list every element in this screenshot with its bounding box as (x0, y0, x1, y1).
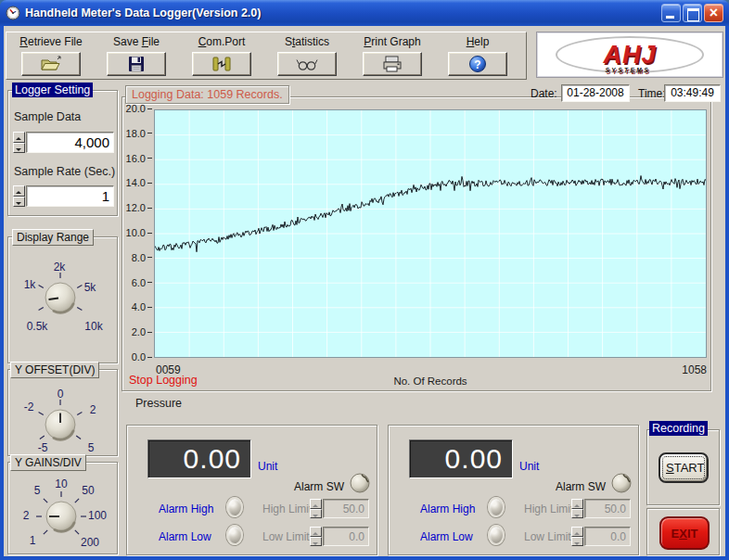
meter-1-low-limit-field[interactable] (323, 527, 369, 546)
gain-label-100: 100 (88, 509, 107, 522)
close-button[interactable] (704, 4, 723, 22)
sample-rate-label: Sample Rate (Sec.) (14, 165, 115, 178)
meter-2-alarm-sw-knob[interactable] (609, 471, 633, 495)
exit-button[interactable]: EXIT (659, 516, 710, 550)
meter-2-alarm-high-led (488, 497, 505, 517)
gain-label-2: 2 (23, 509, 30, 522)
pressure-line-chart (155, 110, 706, 357)
y-axis-tick: 16.0 (122, 153, 152, 164)
logging-status-label: Logging Data: 1059 Records. (125, 85, 289, 104)
range-label-0-5k: 0.5k (27, 320, 48, 333)
tool-save-file: Save File (94, 35, 179, 79)
minimize-button[interactable] (661, 4, 681, 22)
window-title: Handheld Meter's Data Logger(Version 2.0… (25, 6, 657, 19)
range-label-1k: 1k (24, 278, 36, 291)
meter-1-alarm-sw-label: Alarm SW (294, 480, 344, 493)
x-axis-last-label: 1058 (670, 363, 707, 376)
gain-label-10: 10 (55, 477, 67, 490)
help-label: Help (467, 35, 490, 51)
tool-retrieve-file: Retrieve File (8, 35, 94, 79)
meter-2-high-limit-field[interactable] (584, 499, 631, 518)
com-port-label: Com.Port (198, 35, 246, 51)
meter-1-high-limit-label: High Limit (262, 503, 312, 515)
high-limit-down-arrow[interactable] (571, 509, 583, 519)
meter-2-low-limit-field[interactable] (584, 527, 631, 546)
save-file-button[interactable] (107, 52, 166, 76)
app-icon (6, 6, 20, 20)
y-axis-tick: 12.0 (122, 202, 152, 213)
tool-com-port: Com.Port (179, 35, 264, 79)
start-button[interactable]: START (659, 452, 709, 483)
low-limit-down-arrow[interactable] (571, 537, 583, 547)
save-file-label: Save File (113, 35, 160, 51)
sample-data-label: Sample Data (14, 110, 81, 123)
floppy-disk-icon (127, 55, 146, 73)
offset-label-neg2: -2 (24, 401, 34, 414)
meter-2-high-limit-label: High Limit (524, 503, 573, 515)
exit-group: EXIT (646, 508, 720, 555)
retrieve-file-button[interactable] (21, 52, 81, 76)
sample-rate-up-arrow[interactable] (13, 185, 25, 197)
brand-name: AHJ SYSTEMS (603, 43, 656, 68)
com-port-button[interactable] (192, 52, 251, 76)
tool-print-graph: Print Graph (350, 35, 435, 79)
meter-1-high-limit-field[interactable] (323, 499, 369, 518)
meter-1-alarm-high-led (226, 497, 243, 517)
meter-2-alarm-low-label: Alarm Low (420, 530, 473, 543)
time-field[interactable]: 03:49:49 (664, 84, 721, 102)
gain-label-1: 1 (30, 534, 36, 547)
chart-plot-area[interactable] (154, 109, 707, 358)
meter-2-alarm-sw-label: Alarm SW (556, 480, 606, 493)
meter-panel-1: 0.00 Unit Alarm SW Alarm High High Limit… (126, 425, 377, 555)
meter-1-high-limit-stepper (310, 499, 322, 518)
y-axis-tick: 14.0 (122, 177, 152, 188)
open-folder-icon (39, 55, 63, 73)
y-offset-group: Y OFFSET(DIV) 0 -2 2 -5 5 (7, 369, 118, 456)
recording-group: Recording START (646, 429, 720, 505)
eyeglasses-icon (295, 57, 319, 71)
print-graph-button[interactable] (363, 52, 422, 76)
low-limit-up-arrow[interactable] (310, 527, 322, 537)
display-range-knob[interactable] (31, 268, 90, 327)
statistics-button[interactable] (277, 52, 337, 76)
display-range-title: Display Range (12, 229, 94, 246)
x-axis-title: No. Of Records (375, 375, 486, 387)
help-icon: ? (468, 55, 487, 73)
high-limit-up-arrow[interactable] (571, 499, 583, 509)
sample-data-down-arrow[interactable] (13, 143, 25, 154)
offset-label-2: 2 (90, 403, 96, 416)
maximize-button[interactable] (683, 4, 702, 22)
sample-rate-down-arrow[interactable] (13, 197, 25, 208)
meter-panel-2: 0.00 Unit Alarm SW Alarm High High Limit… (388, 425, 639, 555)
main-content: Retrieve File Save File (4, 26, 725, 556)
y-axis: 20.018.016.014.012.010.08.06.04.02.00.0 (122, 109, 152, 358)
offset-label-neg5: -5 (38, 441, 48, 454)
high-limit-up-arrow[interactable] (310, 499, 322, 509)
help-button[interactable]: ? (448, 52, 507, 76)
y-axis-tick: 8.0 (122, 252, 152, 263)
sample-rate-input[interactable] (26, 185, 114, 207)
y-axis-tick: 20.0 (122, 103, 152, 114)
sample-data-input[interactable] (26, 132, 114, 153)
y-axis-tick: 2.0 (122, 326, 152, 337)
range-label-10k: 10k (84, 320, 102, 333)
meter-1-low-limit-stepper (310, 527, 322, 546)
y-axis-tick: 18.0 (122, 128, 152, 139)
sample-rate-stepper (13, 185, 25, 207)
low-limit-down-arrow[interactable] (310, 537, 322, 547)
meter-1-alarm-sw-knob[interactable] (348, 471, 372, 495)
date-field[interactable]: 01-28-2008 (561, 84, 630, 102)
range-label-5k: 5k (84, 281, 96, 294)
y-axis-tick: 6.0 (122, 277, 152, 288)
y-gains-title: Y GAINS/DIV (10, 454, 86, 471)
meter-1-value-display: 0.00 (147, 439, 251, 478)
sample-data-up-arrow[interactable] (13, 132, 25, 143)
low-limit-up-arrow[interactable] (571, 527, 583, 537)
gain-label-50: 50 (82, 484, 94, 497)
meter-1-alarm-high-label: Alarm High (159, 503, 213, 515)
logger-setting-group: Logger Setting Sample Data Sample Rate (… (7, 90, 118, 216)
com-port-icon (210, 55, 234, 73)
offset-label-0: 0 (58, 388, 64, 401)
window-titlebar[interactable]: Handheld Meter's Data Logger(Version 2.0… (0, 0, 729, 26)
high-limit-down-arrow[interactable] (310, 509, 322, 519)
